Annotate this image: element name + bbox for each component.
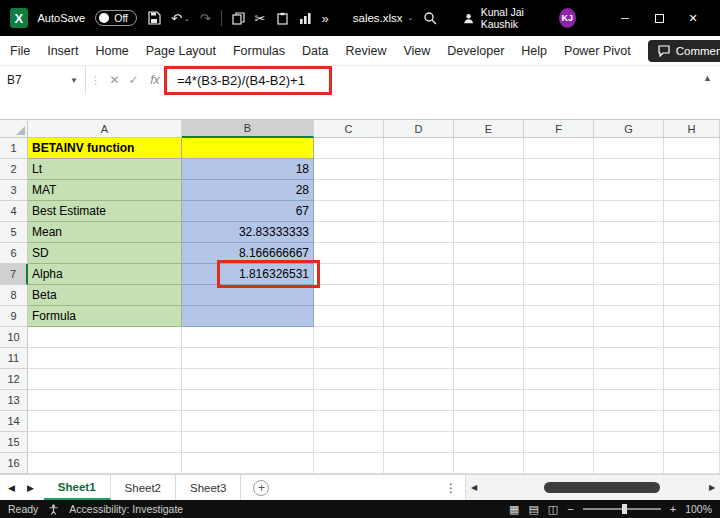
cell-F12[interactable] (524, 369, 594, 390)
cell-C7[interactable] (314, 264, 384, 285)
cell-D2[interactable] (384, 159, 454, 180)
cell-B8[interactable] (182, 285, 314, 306)
cell-A16[interactable] (28, 453, 182, 474)
column-header-H[interactable]: H (664, 120, 720, 138)
formula-input[interactable]: =4*(B3-B2)/(B4-B2)+1 (177, 73, 305, 88)
row-header-2[interactable]: 2 (0, 159, 28, 180)
cell-F3[interactable] (524, 180, 594, 201)
row-header-4[interactable]: 4 (0, 201, 28, 222)
cell-C6[interactable] (314, 243, 384, 264)
cell-A8[interactable]: Beta (28, 285, 182, 306)
cell-E15[interactable] (454, 432, 524, 453)
cell-C10[interactable] (314, 327, 384, 348)
cell-E13[interactable] (454, 390, 524, 411)
page-break-view-icon[interactable]: ◫ (548, 503, 558, 516)
cell-C12[interactable] (314, 369, 384, 390)
sheet-nav-left-icon[interactable]: ◀ (8, 483, 15, 493)
comments-button[interactable]: Comments (648, 40, 720, 62)
column-header-F[interactable]: F (524, 120, 594, 138)
zoom-out-icon[interactable]: − (567, 503, 573, 515)
cell-E2[interactable] (454, 159, 524, 180)
cell-A14[interactable] (28, 411, 182, 432)
cell-D4[interactable] (384, 201, 454, 222)
menu-developer[interactable]: Developer (447, 44, 504, 58)
column-header-E[interactable]: E (454, 120, 524, 138)
cell-A13[interactable] (28, 390, 182, 411)
cell-E1[interactable] (454, 138, 524, 159)
tab-sheet3[interactable]: Sheet3 (176, 475, 241, 500)
cell-H4[interactable] (664, 201, 720, 222)
cell-C16[interactable] (314, 453, 384, 474)
cell-D9[interactable] (384, 306, 454, 327)
cell-E8[interactable] (454, 285, 524, 306)
minimize-button[interactable]: ─ (608, 4, 642, 32)
cell-D11[interactable] (384, 348, 454, 369)
maximize-button[interactable] (642, 4, 676, 32)
cell-H12[interactable] (664, 369, 720, 390)
cancel-entry-icon[interactable]: ✕ (105, 73, 124, 87)
cell-F2[interactable] (524, 159, 594, 180)
cell-A9[interactable]: Formula (28, 306, 182, 327)
menu-file[interactable]: File (10, 44, 30, 58)
cell-F10[interactable] (524, 327, 594, 348)
cell-F7[interactable] (524, 264, 594, 285)
cell-G5[interactable] (594, 222, 664, 243)
cell-D13[interactable] (384, 390, 454, 411)
row-header-9[interactable]: 9 (0, 306, 28, 327)
cell-A15[interactable] (28, 432, 182, 453)
cell-A4[interactable]: Best Estimate (28, 201, 182, 222)
row-header-12[interactable]: 12 (0, 369, 28, 390)
cell-H7[interactable] (664, 264, 720, 285)
cell-H14[interactable] (664, 411, 720, 432)
cell-B9[interactable] (182, 306, 314, 327)
cut-icon[interactable]: ✂ (255, 12, 266, 25)
cell-C2[interactable] (314, 159, 384, 180)
tabbar-more-icon[interactable]: ⋮ (437, 481, 465, 495)
copy-icon[interactable] (232, 12, 245, 25)
row-header-1[interactable]: 1 (0, 138, 28, 159)
menu-page-layout[interactable]: Page Layout (146, 44, 216, 58)
menu-power-pivot[interactable]: Power Pivot (564, 44, 631, 58)
cell-B7[interactable]: 1.816326531 (182, 264, 314, 285)
cell-G9[interactable] (594, 306, 664, 327)
cell-H8[interactable] (664, 285, 720, 306)
cell-A6[interactable]: SD (28, 243, 182, 264)
cell-H3[interactable] (664, 180, 720, 201)
cell-E3[interactable] (454, 180, 524, 201)
cell-H10[interactable] (664, 327, 720, 348)
cell-B12[interactable] (182, 369, 314, 390)
cell-D8[interactable] (384, 285, 454, 306)
menu-home[interactable]: Home (95, 44, 128, 58)
cell-G10[interactable] (594, 327, 664, 348)
cell-C14[interactable] (314, 411, 384, 432)
cell-H16[interactable] (664, 453, 720, 474)
row-header-13[interactable]: 13 (0, 390, 28, 411)
cell-C4[interactable] (314, 201, 384, 222)
cell-B10[interactable] (182, 327, 314, 348)
column-header-A[interactable]: A (28, 120, 182, 138)
insert-function-icon[interactable]: fx (143, 73, 167, 87)
tab-sheet1[interactable]: Sheet1 (44, 475, 111, 500)
cell-F16[interactable] (524, 453, 594, 474)
cell-E10[interactable] (454, 327, 524, 348)
cell-G8[interactable] (594, 285, 664, 306)
tab-sheet2[interactable]: Sheet2 (111, 475, 176, 500)
cell-B11[interactable] (182, 348, 314, 369)
cell-D15[interactable] (384, 432, 454, 453)
cell-A7[interactable]: Alpha (28, 264, 182, 285)
cell-F1[interactable] (524, 138, 594, 159)
cell-H6[interactable] (664, 243, 720, 264)
row-header-11[interactable]: 11 (0, 348, 28, 369)
row-header-10[interactable]: 10 (0, 327, 28, 348)
search-button[interactable] (423, 11, 437, 25)
page-layout-view-icon[interactable]: ▤ (528, 503, 538, 516)
cell-D6[interactable] (384, 243, 454, 264)
cell-C8[interactable] (314, 285, 384, 306)
row-header-6[interactable]: 6 (0, 243, 28, 264)
cell-C9[interactable] (314, 306, 384, 327)
undo-icon[interactable]: ↶⌄ (171, 12, 190, 25)
close-button[interactable]: ✕ (676, 4, 710, 32)
cell-E5[interactable] (454, 222, 524, 243)
cell-F9[interactable] (524, 306, 594, 327)
account-chip[interactable]: Kunal Jai Kaushik KJ (463, 6, 576, 30)
